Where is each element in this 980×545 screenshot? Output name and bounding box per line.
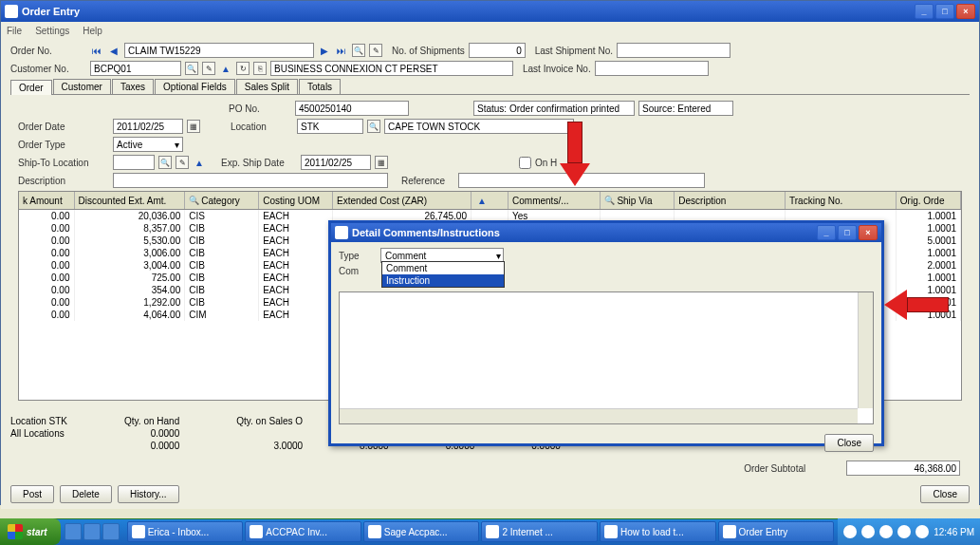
search-icon[interactable]: 🔍 <box>352 44 365 57</box>
maximize-button[interactable]: □ <box>935 4 954 19</box>
tab-customer[interactable]: Customer <box>53 79 111 94</box>
windows-taskbar: start Erica - Inbox...ACCPAC Inv...Sage … <box>0 518 980 545</box>
taskbar-item[interactable]: How to load t... <box>600 521 716 542</box>
task-items: Erica - Inbox...ACCPAC Inv...Sage Accpac… <box>123 521 839 542</box>
ql-ie-icon[interactable] <box>65 523 82 540</box>
location-field[interactable]: STK <box>297 119 363 134</box>
start-button[interactable]: start <box>0 518 61 545</box>
vertical-scrollbar[interactable] <box>858 292 873 408</box>
col-orig-order[interactable]: Orig. Orde <box>897 192 961 209</box>
customer-no-label: Customer No. <box>10 64 86 74</box>
po-no-field[interactable]: 4500250140 <box>295 101 409 116</box>
qty-on-hand-label: Qty. on Hand <box>124 416 179 426</box>
last-shipment-label: Last Shipment No. <box>535 46 613 56</box>
refresh-icon[interactable]: ↻ <box>236 62 250 75</box>
dialog-icon <box>335 226 348 239</box>
tab-sales-split[interactable]: Sales Split <box>236 79 298 94</box>
col-extended-cost[interactable]: Extended Cost (ZAR) <box>333 192 472 209</box>
main-titlebar[interactable]: Order Entry _ □ × <box>1 1 979 22</box>
tab-totals[interactable]: Totals <box>299 79 341 94</box>
history-button[interactable]: History... <box>118 485 179 503</box>
annotation-arrow-left <box>884 290 951 320</box>
type-dropdown-list[interactable]: Comment Instruction <box>381 261 505 288</box>
tab-taxes[interactable]: Taxes <box>112 79 154 94</box>
last-invoice-field <box>595 61 709 76</box>
description-field[interactable] <box>113 173 388 188</box>
calendar-icon[interactable]: ▦ <box>375 156 388 169</box>
ql-app-icon[interactable] <box>102 523 120 540</box>
info-icon[interactable]: ✎ <box>202 62 215 75</box>
tab-optional-fields[interactable]: Optional Fields <box>155 79 235 94</box>
quick-launch <box>61 523 123 540</box>
tray-icon[interactable] <box>915 525 929 538</box>
col-amount[interactable]: k Amount <box>19 192 75 209</box>
up-icon[interactable]: ▲ <box>219 62 232 75</box>
dialog-close-btn[interactable]: Close <box>824 434 874 452</box>
tab-order[interactable]: Order <box>10 80 52 95</box>
comments-textarea[interactable] <box>339 291 874 424</box>
dialog-maximize-button[interactable]: □ <box>838 225 857 240</box>
order-type-select[interactable]: Active▾ <box>113 137 183 152</box>
clock[interactable]: 12:46 PM <box>934 527 974 537</box>
col-tracking[interactable]: Tracking No. <box>786 192 897 209</box>
horizontal-scrollbar[interactable] <box>340 408 858 423</box>
taskbar-item[interactable]: ACCPAC Inv... <box>245 521 361 542</box>
new-icon[interactable]: ✎ <box>369 44 382 57</box>
exp-ship-label: Exp. Ship Date <box>221 158 297 168</box>
menu-file[interactable]: File <box>7 26 22 36</box>
first-record-icon[interactable]: ⏮ <box>90 44 103 57</box>
menu-help[interactable]: Help <box>83 26 102 36</box>
taskbar-item[interactable]: Order Entry <box>718 521 835 542</box>
next-record-icon[interactable]: ▶ <box>318 44 331 57</box>
col-comments[interactable]: Comments/... <box>508 192 601 209</box>
edit-icon[interactable]: ✎ <box>176 156 189 169</box>
menu-settings[interactable]: Settings <box>35 26 69 36</box>
on-hold-label: On H <box>535 158 557 168</box>
dialog-close-button[interactable]: × <box>859 225 878 240</box>
order-subtotal-value: 46,368.00 <box>846 460 960 476</box>
col-ship-via[interactable]: 🔍Ship Via <box>601 192 675 209</box>
taskbar-item[interactable]: 2 Internet ... <box>481 521 598 542</box>
col-description[interactable]: Description <box>675 192 786 209</box>
last-record-icon[interactable]: ⏭ <box>335 44 348 57</box>
order-no-field[interactable]: CLAIM TW15229 <box>124 43 314 58</box>
col-costing-uom[interactable]: Costing UOM <box>259 192 333 209</box>
search-icon[interactable]: 🔍 <box>367 120 380 133</box>
on-hold-checkbox[interactable] <box>519 157 531 169</box>
ql-desktop-icon[interactable] <box>83 523 101 540</box>
minimize-button[interactable]: _ <box>915 4 934 19</box>
tray-icon[interactable] <box>843 525 857 538</box>
taskbar-item[interactable]: Erica - Inbox... <box>127 521 244 542</box>
tray-icon[interactable] <box>879 525 893 538</box>
post-button[interactable]: Post <box>10 485 54 503</box>
tray-icon[interactable] <box>861 525 875 538</box>
order-date-field[interactable]: 2011/02/25 <box>113 119 183 134</box>
tabs: Order Customer Taxes Optional Fields Sal… <box>10 79 970 95</box>
location-label: Location <box>231 122 293 132</box>
no-shipments-field: 0 <box>469 43 526 58</box>
up-icon[interactable]: ▲ <box>193 156 206 169</box>
link-icon[interactable]: ⎘ <box>253 62 267 75</box>
dialog-minimize-button[interactable]: _ <box>817 225 836 240</box>
dialog-titlebar[interactable]: Detail Comments/Instructions _ □ × <box>331 223 881 242</box>
col-category[interactable]: 🔍Category <box>185 192 259 209</box>
delete-button[interactable]: Delete <box>60 485 112 503</box>
taskbar-item[interactable]: Sage Accpac... <box>363 521 480 542</box>
prev-record-icon[interactable]: ◀ <box>107 44 120 57</box>
option-instruction[interactable]: Instruction <box>382 274 504 287</box>
option-comment[interactable]: Comment <box>382 262 504 274</box>
close-main-button[interactable]: Close <box>920 485 970 503</box>
exp-ship-field[interactable]: 2011/02/25 <box>301 155 371 170</box>
col-zoom[interactable]: ▲ <box>472 192 508 209</box>
col-disc-ext[interactable]: Discounted Ext. Amt. <box>75 192 186 209</box>
qty-hand-all-value: 0.0000 <box>124 441 179 451</box>
source-field: Source: Entered <box>638 101 733 116</box>
customer-no-field[interactable]: BCPQ01 <box>90 61 181 76</box>
close-button[interactable]: × <box>956 4 975 19</box>
search-icon[interactable]: 🔍 <box>158 156 172 169</box>
calendar-icon[interactable]: ▦ <box>187 120 200 133</box>
search-icon[interactable]: 🔍 <box>185 62 198 75</box>
shipto-field[interactable] <box>113 155 155 170</box>
tray-icon[interactable] <box>897 525 911 538</box>
system-tray[interactable]: 12:46 PM <box>838 518 980 545</box>
